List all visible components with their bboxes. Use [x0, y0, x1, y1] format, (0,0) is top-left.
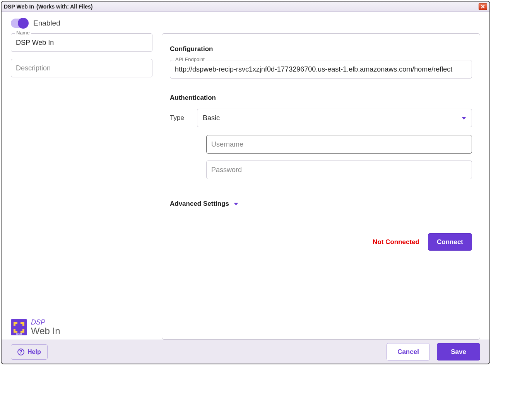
titlebar: DSP Web In (Works with: All Files)	[2, 2, 489, 12]
password-input[interactable]	[206, 161, 472, 179]
chevron-down-icon	[234, 203, 238, 205]
connect-row: Not Connected Connect	[170, 233, 472, 251]
logo-text: DSP Web In	[31, 319, 60, 336]
close-icon	[481, 4, 485, 9]
main-columns: Name Configuration API Endpoint Authenti…	[11, 33, 480, 340]
right-column: Configuration API Endpoint Authenticatio…	[162, 33, 480, 340]
auth-type-value: Basic	[203, 114, 220, 122]
advanced-settings-toggle[interactable]: Advanced Settings	[170, 200, 472, 208]
connect-button[interactable]: Connect	[428, 233, 472, 251]
dialog-body: Enabled Name Configuration API Endpoint	[2, 12, 489, 340]
endpoint-input[interactable]	[170, 60, 472, 79]
auth-type-label: Type	[170, 114, 186, 122]
password-field-wrap	[206, 161, 472, 179]
name-input[interactable]	[11, 33, 152, 52]
name-legend: Name	[15, 30, 31, 36]
left-column: Name	[11, 33, 152, 340]
save-button[interactable]: Save	[437, 343, 480, 360]
description-input[interactable]	[11, 59, 152, 77]
close-button[interactable]	[479, 3, 487, 10]
help-button[interactable]: Help	[11, 344, 48, 360]
endpoint-field-wrap: API Endpoint	[170, 60, 472, 79]
logo-line2: Web In	[31, 326, 60, 336]
svg-marker-1	[21, 322, 24, 326]
toggle-knob	[18, 18, 29, 29]
username-field-wrap	[206, 135, 472, 154]
connection-status: Not Connected	[373, 238, 419, 246]
svg-point-5	[21, 353, 21, 354]
logo-line1: DSP	[31, 319, 60, 326]
svg-marker-2	[14, 329, 17, 333]
svg-marker-3	[21, 329, 24, 333]
auth-type-row: Type Basic	[170, 109, 472, 127]
cancel-button[interactable]: Cancel	[387, 343, 430, 360]
logo-badge-text: WEB	[16, 333, 22, 335]
chevron-down-icon	[462, 117, 466, 120]
advanced-settings-label: Advanced Settings	[170, 200, 229, 208]
logo-icon: WEB	[11, 319, 27, 335]
svg-marker-0	[14, 322, 17, 326]
enabled-toggle[interactable]	[11, 19, 28, 28]
help-icon	[17, 348, 24, 355]
enabled-row: Enabled	[11, 19, 480, 28]
window-subtitle: (Works with: All Files)	[36, 3, 92, 10]
name-field-wrap: Name	[11, 33, 152, 52]
endpoint-legend: API Endpoint	[174, 56, 206, 62]
description-field-wrap	[11, 59, 152, 77]
help-label: Help	[27, 348, 41, 355]
authentication-heading: Authentication	[170, 94, 472, 102]
username-input[interactable]	[206, 135, 472, 154]
window-title: DSP Web In	[4, 3, 34, 10]
auth-type-select[interactable]: Basic	[197, 109, 472, 127]
dialog-footer: Help Cancel Save	[2, 340, 489, 364]
dialog-window: DSP Web In (Works with: All Files) Enabl…	[1, 1, 490, 364]
plugin-logo: WEB DSP Web In	[11, 319, 60, 336]
configuration-heading: Configuration	[170, 45, 472, 53]
enabled-label: Enabled	[33, 19, 60, 27]
